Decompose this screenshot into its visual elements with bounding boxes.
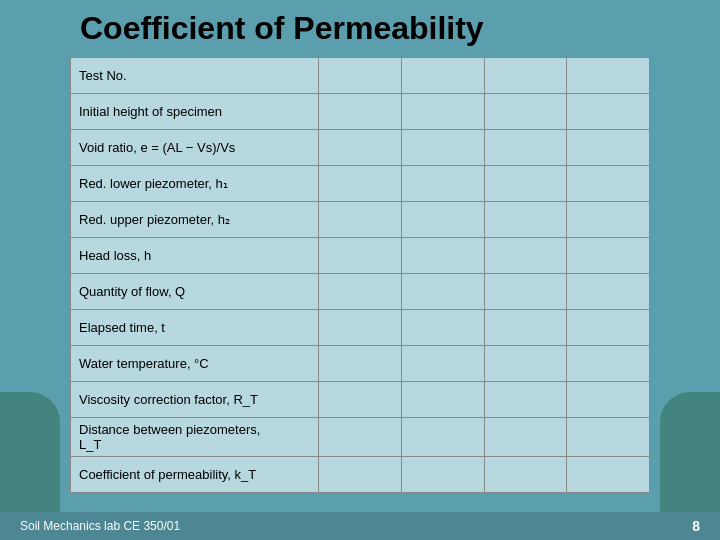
footer: Soil Mechanics lab CE 350/01 8 xyxy=(0,512,720,540)
row-value-4-1[interactable] xyxy=(401,202,484,238)
row-value-10-1[interactable] xyxy=(401,418,484,457)
row-value-9-3[interactable] xyxy=(567,382,650,418)
table-row: Quantity of flow, Q xyxy=(71,274,650,310)
row-label-5: Head loss, h xyxy=(71,238,319,274)
row-value-6-1[interactable] xyxy=(401,274,484,310)
table-row: Head loss, h xyxy=(71,238,650,274)
row-value-0-2[interactable] xyxy=(484,58,567,94)
row-label-4: Red. upper piezometer, h₂ xyxy=(71,202,319,238)
row-value-7-0[interactable] xyxy=(319,310,402,346)
row-value-4-2[interactable] xyxy=(484,202,567,238)
row-value-11-0[interactable] xyxy=(319,457,402,493)
row-label-0: Test No. xyxy=(71,58,319,94)
row-value-1-0[interactable] xyxy=(319,94,402,130)
row-label-9: Viscosity correction factor, R_T xyxy=(71,382,319,418)
row-value-9-1[interactable] xyxy=(401,382,484,418)
row-value-6-3[interactable] xyxy=(567,274,650,310)
row-label-7: Elapsed time, t xyxy=(71,310,319,346)
row-value-9-0[interactable] xyxy=(319,382,402,418)
table-row: Void ratio, e = (AL − Vs)/Vs xyxy=(71,130,650,166)
row-label-2: Void ratio, e = (AL − Vs)/Vs xyxy=(71,130,319,166)
main-table-container: Test No.Initial height of specimenVoid r… xyxy=(70,57,650,493)
row-value-1-2[interactable] xyxy=(484,94,567,130)
row-value-11-2[interactable] xyxy=(484,457,567,493)
row-value-7-3[interactable] xyxy=(567,310,650,346)
row-value-8-0[interactable] xyxy=(319,346,402,382)
row-value-2-0[interactable] xyxy=(319,130,402,166)
row-value-8-3[interactable] xyxy=(567,346,650,382)
row-value-5-2[interactable] xyxy=(484,238,567,274)
row-value-3-2[interactable] xyxy=(484,166,567,202)
table-row: Elapsed time, t xyxy=(71,310,650,346)
table-row: Coefficient of permeability, k_T xyxy=(71,457,650,493)
table-row: Red. lower piezometer, h₁ xyxy=(71,166,650,202)
row-value-5-3[interactable] xyxy=(567,238,650,274)
row-label-11: Coefficient of permeability, k_T xyxy=(71,457,319,493)
table-row: Red. upper piezometer, h₂ xyxy=(71,202,650,238)
row-value-10-0[interactable] xyxy=(319,418,402,457)
row-label-1: Initial height of specimen xyxy=(71,94,319,130)
row-value-10-3[interactable] xyxy=(567,418,650,457)
row-value-9-2[interactable] xyxy=(484,382,567,418)
data-table: Test No.Initial height of specimenVoid r… xyxy=(70,57,650,493)
row-value-3-3[interactable] xyxy=(567,166,650,202)
row-label-10: Distance between piezometers, L_T xyxy=(71,418,319,457)
row-label-6: Quantity of flow, Q xyxy=(71,274,319,310)
row-value-8-2[interactable] xyxy=(484,346,567,382)
row-value-2-1[interactable] xyxy=(401,130,484,166)
row-value-4-3[interactable] xyxy=(567,202,650,238)
row-value-2-2[interactable] xyxy=(484,130,567,166)
row-value-0-0[interactable] xyxy=(319,58,402,94)
row-value-7-2[interactable] xyxy=(484,310,567,346)
row-value-0-1[interactable] xyxy=(401,58,484,94)
table-row: Viscosity correction factor, R_T xyxy=(71,382,650,418)
footer-text: Soil Mechanics lab CE 350/01 xyxy=(20,519,180,533)
row-value-4-0[interactable] xyxy=(319,202,402,238)
decorative-left xyxy=(0,392,60,512)
row-value-2-3[interactable] xyxy=(567,130,650,166)
footer-page: 8 xyxy=(692,518,700,534)
row-value-5-0[interactable] xyxy=(319,238,402,274)
row-value-0-3[interactable] xyxy=(567,58,650,94)
table-row: Distance between piezometers, L_T xyxy=(71,418,650,457)
row-value-7-1[interactable] xyxy=(401,310,484,346)
row-value-3-1[interactable] xyxy=(401,166,484,202)
row-value-6-2[interactable] xyxy=(484,274,567,310)
row-value-3-0[interactable] xyxy=(319,166,402,202)
row-value-5-1[interactable] xyxy=(401,238,484,274)
row-value-11-1[interactable] xyxy=(401,457,484,493)
row-label-3: Red. lower piezometer, h₁ xyxy=(71,166,319,202)
row-label-8: Water temperature, °C xyxy=(71,346,319,382)
table-row: Initial height of specimen xyxy=(71,94,650,130)
page-title: Coefficient of Permeability xyxy=(0,0,720,57)
table-row: Test No. xyxy=(71,58,650,94)
row-value-1-1[interactable] xyxy=(401,94,484,130)
row-value-8-1[interactable] xyxy=(401,346,484,382)
row-value-10-2[interactable] xyxy=(484,418,567,457)
decorative-right xyxy=(660,392,720,512)
table-row: Water temperature, °C xyxy=(71,346,650,382)
row-value-1-3[interactable] xyxy=(567,94,650,130)
row-value-6-0[interactable] xyxy=(319,274,402,310)
row-value-11-3[interactable] xyxy=(567,457,650,493)
